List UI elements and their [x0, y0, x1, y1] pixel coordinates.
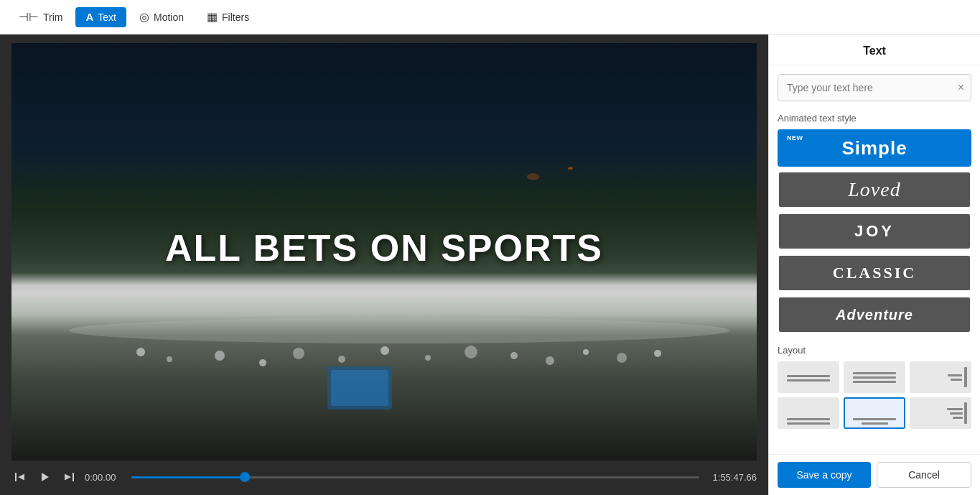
filters-icon: ▦ — [207, 11, 218, 23]
progress-thumb[interactable] — [240, 472, 250, 482]
layout-option-top-bar[interactable] — [778, 361, 839, 393]
text-button[interactable]: A Text — [75, 7, 126, 27]
motion-button[interactable]: ◎ Motion — [129, 7, 194, 27]
new-badge: NEW — [783, 134, 807, 142]
layout-right-lines-2 — [914, 402, 967, 424]
layout-option-bottom-center[interactable] — [844, 397, 905, 429]
style-classic-label: CLASSIC — [833, 264, 916, 282]
layout-label: Layout — [778, 345, 971, 356]
filters-label: Filters — [222, 11, 249, 23]
text-label: Text — [98, 11, 116, 23]
progress-track — [131, 476, 699, 478]
layout-line-bc1 — [853, 418, 895, 420]
trim-button[interactable]: ⊣⊢ Trim — [9, 7, 73, 27]
progress-fill — [131, 476, 245, 478]
video-text-overlay: ALL BETS ON SPORTS — [165, 226, 603, 269]
skip-back-button[interactable] — [11, 468, 29, 486]
layout-line-b1 — [787, 418, 829, 420]
panel-footer: Save a copy Cancel — [769, 454, 980, 495]
layout-line-rv2 — [950, 412, 963, 415]
skip-forward-button[interactable] — [60, 468, 78, 486]
style-options-list: NEW Simple Loved JOY CLASSIC — [778, 129, 971, 333]
style-adventure-label: Adventure — [836, 307, 913, 323]
skip-back-icon — [14, 471, 26, 483]
layout-option-bottom-bar[interactable] — [778, 397, 839, 429]
progress-bar-container[interactable] — [131, 470, 699, 484]
cancel-button[interactable]: Cancel — [877, 462, 971, 488]
current-time: 0:00.00 — [85, 472, 124, 483]
style-option-adventure[interactable]: Adventure — [778, 296, 971, 333]
style-loved-label: Loved — [848, 178, 900, 201]
layout-line-1 — [787, 375, 829, 377]
style-joy-label: JOY — [854, 222, 895, 241]
filters-button[interactable]: ▦ Filters — [197, 7, 259, 27]
style-simple-label: Simple — [841, 137, 907, 159]
text-input[interactable] — [778, 74, 971, 101]
layout-right-lines — [914, 367, 967, 387]
toolbar: ⊣⊢ Trim A Text ◎ Motion ▦ Filters — [0, 0, 980, 34]
play-button[interactable] — [36, 468, 53, 486]
layout-line-bc2 — [862, 422, 888, 425]
panel-body: × Animated text style NEW Simple Loved — [769, 65, 980, 454]
trim-icon: ⊣⊢ — [19, 11, 39, 23]
style-option-joy[interactable]: JOY — [778, 213, 971, 250]
play-icon — [39, 471, 50, 483]
layout-option-center-wide[interactable] — [844, 361, 905, 393]
main-layout: ALL BETS ON SPORTS 0:00.00 — [0, 34, 980, 495]
animated-style-label: Animated text style — [778, 113, 971, 124]
motion-label: Motion — [154, 11, 184, 23]
layout-right-stack-2 — [947, 408, 963, 419]
layout-line-5 — [853, 381, 895, 383]
layout-option-right-bar[interactable] — [910, 361, 971, 393]
style-option-loved[interactable]: Loved — [778, 171, 971, 208]
video-player[interactable]: ALL BETS ON SPORTS — [11, 43, 757, 461]
right-panel: Text × Animated text style NEW Simple — [768, 34, 980, 495]
layout-right-bar-2 — [964, 402, 967, 424]
trim-label: Trim — [43, 11, 62, 23]
motion-icon: ◎ — [139, 11, 149, 23]
save-copy-button[interactable]: Save a copy — [778, 462, 871, 488]
layout-line-r2 — [951, 379, 962, 381]
layout-line-rv1 — [947, 408, 963, 410]
layout-line-3 — [853, 372, 895, 374]
layout-grid — [778, 361, 971, 429]
layout-right-bar — [964, 367, 967, 387]
video-area: ALL BETS ON SPORTS 0:00.00 — [0, 34, 768, 495]
layout-line-rv3 — [953, 417, 963, 419]
panel-title: Text — [769, 34, 980, 65]
playback-controls: 0:00.00 1:55:47.66 — [11, 461, 757, 489]
clear-text-button[interactable]: × — [956, 80, 966, 95]
text-input-container: × — [778, 74, 971, 101]
layout-right-stack — [948, 374, 962, 381]
layout-line-4 — [853, 376, 895, 379]
layout-line-b2 — [787, 422, 829, 425]
style-option-classic[interactable]: CLASSIC — [778, 254, 971, 292]
text-icon: A — [85, 11, 93, 22]
skip-forward-icon — [63, 471, 75, 483]
style-option-simple[interactable]: NEW Simple — [778, 129, 971, 167]
end-time: 1:55:47.66 — [706, 472, 757, 483]
layout-option-right-lines[interactable] — [910, 397, 971, 429]
layout-line-r1 — [948, 374, 962, 376]
layout-line-2 — [787, 379, 829, 381]
